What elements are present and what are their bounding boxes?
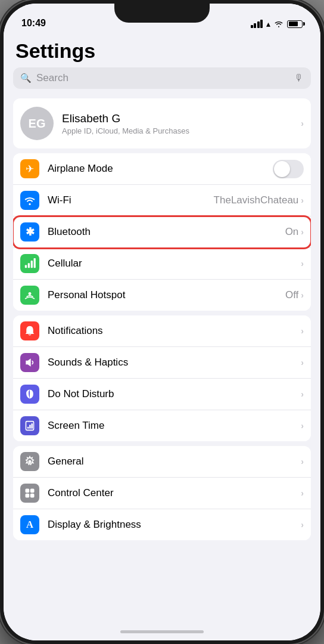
- page-title: Settings: [4, 33, 320, 67]
- mic-icon[interactable]: 🎙: [294, 73, 304, 83]
- display-brightness-chevron: ›: [301, 520, 304, 530]
- bluetooth-row-wrapper: ✱ Bluetooth On ›: [13, 216, 311, 248]
- settings-row-screen-time[interactable]: Screen Time ›: [13, 410, 311, 441]
- svg-rect-2: [31, 261, 33, 268]
- screen-time-icon: [20, 416, 39, 435]
- general-chevron: ›: [301, 457, 304, 466]
- wifi-row-icon: [20, 191, 39, 210]
- svg-rect-1: [28, 263, 30, 268]
- notifications-chevron: ›: [301, 326, 304, 336]
- svg-rect-11: [26, 489, 30, 493]
- cellular-chevron: ›: [301, 259, 304, 268]
- sounds-icon: [20, 353, 39, 372]
- airplane-mode-label: Airplane Mode: [48, 163, 273, 175]
- bluetooth-label: Bluetooth: [48, 226, 285, 238]
- svg-rect-0: [25, 265, 27, 268]
- airplane-mode-toggle[interactable]: [273, 160, 304, 178]
- control-center-icon: [20, 484, 39, 503]
- settings-scroll[interactable]: Settings 🔍 Search 🎙 EG Elisabeth G Apple…: [4, 33, 320, 623]
- phone-screen: 10:49 ▴︎: [4, 4, 320, 640]
- notifications-icon: [20, 321, 39, 340]
- do-not-disturb-icon: [20, 385, 39, 404]
- bluetooth-icon: ✱: [20, 222, 39, 242]
- settings-row-general[interactable]: General ›: [13, 446, 311, 478]
- status-icons: ▴︎: [251, 19, 303, 29]
- svg-marker-5: [26, 358, 30, 366]
- control-center-chevron: ›: [301, 488, 304, 498]
- general-icon: [20, 452, 39, 471]
- svg-rect-9: [31, 423, 32, 429]
- profile-subtitle: Apple ID, iCloud, Media & Purchases: [62, 126, 301, 135]
- airplane-mode-icon: ✈: [20, 159, 39, 178]
- profile-info: Elisabeth G Apple ID, iCloud, Media & Pu…: [62, 112, 301, 135]
- bluetooth-value: On: [285, 226, 299, 238]
- wifi-icon: [274, 20, 284, 27]
- settings-group-connectivity: ✈ Airplane Mode: [13, 153, 311, 311]
- personal-hotspot-chevron: ›: [301, 290, 304, 300]
- notch: [114, 4, 210, 23]
- display-brightness-label: Display & Brightness: [48, 519, 301, 531]
- settings-row-personal-hotspot[interactable]: Personal Hotspot Off ›: [13, 280, 311, 311]
- avatar: EG: [20, 107, 54, 140]
- svg-rect-7: [27, 427, 29, 429]
- search-input[interactable]: Search: [36, 72, 289, 84]
- wifi-chevron: ›: [301, 196, 304, 205]
- wifi-label: Wi-Fi: [48, 194, 214, 206]
- personal-hotspot-icon: [20, 286, 39, 305]
- phone-frame: 10:49 ▴︎: [0, 0, 324, 644]
- settings-row-do-not-disturb[interactable]: Do Not Disturb ›: [13, 379, 311, 410]
- signal-icon: [251, 20, 263, 28]
- control-center-label: Control Center: [48, 487, 301, 499]
- display-brightness-icon: A: [20, 515, 39, 534]
- svg-rect-12: [30, 489, 35, 493]
- general-label: General: [48, 456, 301, 467]
- settings-row-notifications[interactable]: Notifications ›: [13, 315, 311, 347]
- settings-row-sounds[interactable]: Sounds & Haptics ›: [13, 347, 311, 379]
- wifi-status-icon: ▴︎: [266, 19, 270, 29]
- status-bar: 10:49 ▴︎: [4, 4, 320, 33]
- sounds-chevron: ›: [301, 358, 304, 367]
- home-bar: [120, 630, 204, 633]
- search-icon: 🔍: [20, 73, 32, 83]
- cellular-icon: [20, 254, 39, 273]
- personal-hotspot-label: Personal Hotspot: [48, 289, 285, 301]
- wifi-value: TheLavishChateau: [214, 194, 299, 206]
- settings-group-notifications: Notifications › Sounds & Haptics ›: [13, 315, 311, 441]
- settings-row-bluetooth[interactable]: ✱ Bluetooth On ›: [13, 216, 311, 248]
- settings-row-airplane-mode[interactable]: ✈ Airplane Mode: [13, 153, 311, 185]
- svg-rect-14: [30, 494, 35, 498]
- battery-icon: [287, 20, 303, 28]
- screen-time-chevron: ›: [301, 421, 304, 431]
- svg-rect-3: [34, 258, 36, 268]
- bluetooth-chevron: ›: [301, 227, 304, 237]
- search-bar[interactable]: 🔍 Search 🎙: [13, 67, 311, 89]
- do-not-disturb-label: Do Not Disturb: [48, 388, 301, 400]
- svg-point-4: [29, 292, 32, 295]
- sounds-label: Sounds & Haptics: [48, 357, 301, 369]
- home-indicator: [4, 623, 320, 640]
- cellular-label: Cellular: [48, 258, 301, 270]
- settings-row-cellular[interactable]: Cellular ›: [13, 248, 311, 280]
- profile-row[interactable]: EG Elisabeth G Apple ID, iCloud, Media &…: [13, 98, 311, 148]
- svg-rect-8: [29, 425, 30, 429]
- screen-time-label: Screen Time: [48, 420, 301, 432]
- profile-chevron: ›: [301, 119, 304, 128]
- settings-row-display-brightness[interactable]: A Display & Brightness ›: [13, 509, 311, 540]
- settings-row-control-center[interactable]: Control Center ›: [13, 478, 311, 509]
- settings-row-wifi[interactable]: Wi-Fi TheLavishChateau ›: [13, 185, 311, 216]
- settings-group-general: General › Control: [13, 446, 311, 540]
- status-time: 10:49: [21, 18, 46, 29]
- svg-text:A: A: [26, 519, 33, 530]
- do-not-disturb-chevron: ›: [301, 389, 304, 399]
- personal-hotspot-value: Off: [285, 289, 298, 301]
- notifications-label: Notifications: [48, 325, 301, 337]
- profile-name: Elisabeth G: [62, 112, 301, 125]
- svg-rect-13: [26, 494, 30, 498]
